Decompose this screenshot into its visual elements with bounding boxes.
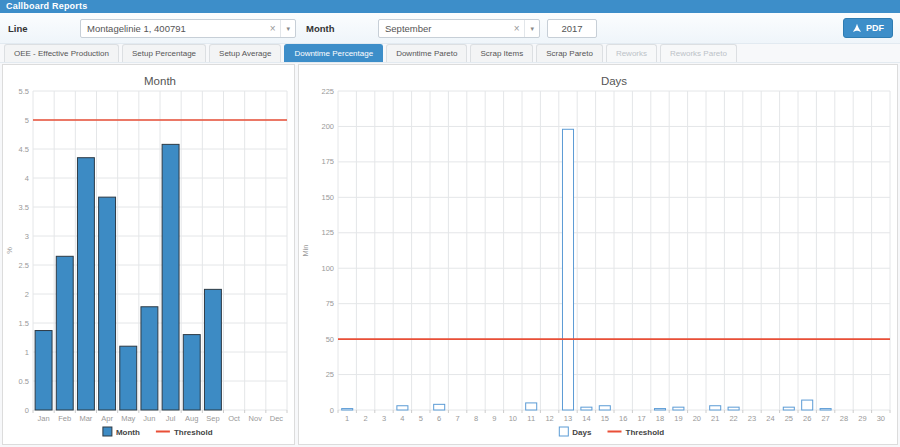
svg-text:125: 125 [321,228,334,237]
days-chart: Days025507510012515017520022512345678910… [299,65,897,444]
svg-text:20: 20 [693,414,701,423]
month-select-value: September [379,23,509,34]
tab-oee-effective-production[interactable]: OEE - Effective Production [4,44,119,62]
svg-text:3.5: 3.5 [19,203,29,212]
svg-text:2.5: 2.5 [19,261,29,270]
svg-text:4: 4 [25,174,29,183]
pdf-button-label: PDF [866,23,884,33]
line-select-value: Montagelinie 1, 400791 [81,23,265,34]
svg-text:200: 200 [321,122,334,131]
svg-text:29: 29 [858,414,866,423]
svg-text:Aug: Aug [185,414,198,423]
tab-reworks: Reworks [606,44,657,62]
days-chart-panel: Days025507510012515017520022512345678910… [298,64,898,445]
svg-text:4.5: 4.5 [19,145,29,154]
svg-text:1: 1 [25,348,29,357]
svg-text:17: 17 [637,414,645,423]
svg-text:Jul: Jul [166,414,176,423]
svg-text:9: 9 [492,414,496,423]
svg-text:Min: Min [301,244,310,256]
line-label: Line [8,23,28,34]
svg-text:Sep: Sep [206,414,219,423]
svg-text:4: 4 [400,414,404,423]
svg-text:225: 225 [321,87,334,96]
svg-text:1.5: 1.5 [19,319,29,328]
svg-text:Feb: Feb [58,414,71,423]
pdf-icon [852,23,862,34]
clear-icon[interactable]: × [509,20,525,37]
svg-text:25: 25 [785,414,793,423]
svg-text:5: 5 [419,414,423,423]
svg-text:16: 16 [619,414,627,423]
legend-series-swatch [103,427,112,436]
svg-text:100: 100 [321,264,334,273]
tab-setup-average[interactable]: Setup Average [209,44,281,62]
svg-text:75: 75 [326,299,334,308]
svg-text:Jan: Jan [38,414,50,423]
svg-text:30: 30 [877,414,885,423]
chevron-down-icon[interactable]: ▾ [281,25,295,33]
svg-text:2: 2 [364,414,368,423]
svg-text:26: 26 [803,414,811,423]
svg-text:12: 12 [545,414,553,423]
line-select[interactable]: Montagelinie 1, 400791 × ▾ [80,19,296,38]
month-chart: Month00.511.522.533.544.555.5JanFebMarAp… [3,65,294,444]
svg-text:10: 10 [509,414,517,423]
svg-text:28: 28 [840,414,848,423]
legend-label[interactable]: Days [572,428,592,437]
tab-downtime-pareto[interactable]: Downtime Pareto [386,44,467,62]
svg-text:5: 5 [25,116,29,125]
callboard-reports-app: Callboard Reports Line Montagelinie 1, 4… [0,0,900,447]
svg-text:13: 13 [564,414,572,423]
legend-threshold-swatch [608,431,622,433]
svg-text:14: 14 [582,414,590,423]
svg-text:21: 21 [711,414,719,423]
tab-downtime-percentage[interactable]: Downtime Percentage [284,44,383,62]
svg-text:Oct: Oct [228,414,241,423]
svg-text:25: 25 [326,370,334,379]
year-input[interactable] [547,19,597,38]
svg-text:Mar: Mar [79,414,92,423]
svg-text:19: 19 [674,414,682,423]
filter-bar: Line Montagelinie 1, 400791 × ▾ Month Se… [0,13,900,44]
chevron-down-icon[interactable]: ▾ [525,25,539,33]
pdf-export-button[interactable]: PDF [843,18,893,38]
tab-scrap-pareto[interactable]: Scrap Pareto [536,44,603,62]
svg-text:8: 8 [474,414,478,423]
svg-text:6: 6 [437,414,441,423]
month-select[interactable]: September × ▾ [378,19,540,38]
svg-text:22: 22 [729,414,737,423]
svg-text:24: 24 [766,414,774,423]
svg-text:2: 2 [25,290,29,299]
tab-reworks-pareto: Reworks Pareto [660,44,737,62]
svg-text:175: 175 [321,157,334,166]
svg-text:7: 7 [456,414,460,423]
svg-text:Month: Month [144,75,176,87]
svg-text:0: 0 [330,406,334,415]
svg-text:150: 150 [321,193,334,202]
svg-text:Nov: Nov [249,414,263,423]
svg-text:Jun: Jun [143,414,155,423]
svg-text:50: 50 [326,335,334,344]
month-chart-panel: Month00.511.522.533.544.555.5JanFebMarAp… [2,64,295,445]
tab-scrap-items[interactable]: Scrap Items [470,44,533,62]
svg-text:3: 3 [382,414,386,423]
legend-label[interactable]: Threshold [174,428,213,437]
svg-text:3: 3 [25,232,29,241]
svg-text:0.5: 0.5 [19,377,29,386]
legend-label[interactable]: Threshold [626,428,665,437]
legend-label[interactable]: Month [116,428,140,437]
svg-text:Apr: Apr [101,414,113,423]
legend-series-swatch [559,427,568,436]
svg-text:%: % [5,247,14,254]
svg-text:Dec: Dec [270,414,284,423]
svg-text:Days: Days [601,75,627,87]
svg-text:18: 18 [656,414,664,423]
svg-text:May: May [121,414,135,423]
report-tabs: OEE - Effective ProductionSetup Percenta… [0,44,900,63]
clear-icon[interactable]: × [265,20,281,37]
window-title: Callboard Reports [0,0,900,13]
svg-text:0: 0 [25,406,29,415]
tab-setup-percentage[interactable]: Setup Percentage [122,44,206,62]
svg-text:27: 27 [821,414,829,423]
